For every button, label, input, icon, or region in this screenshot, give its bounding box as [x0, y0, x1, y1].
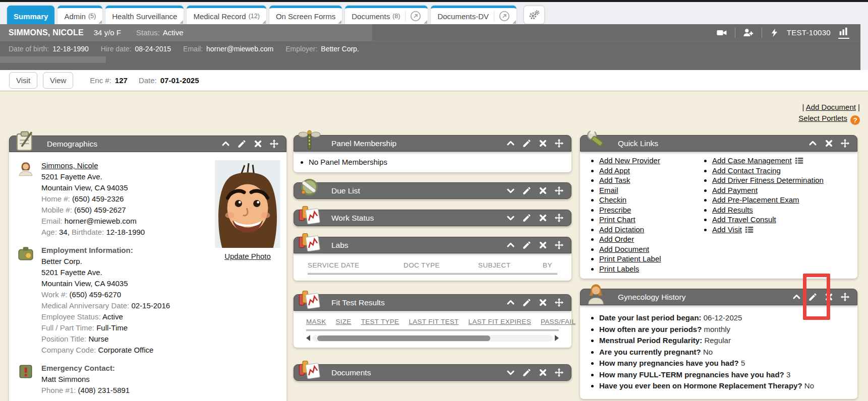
edit-icon[interactable] — [522, 213, 532, 223]
quick-links-header[interactable]: Quick Links — [580, 135, 857, 152]
expand-icon[interactable] — [506, 368, 515, 377]
move-icon[interactable] — [554, 240, 564, 250]
quick-link[interactable]: Print Patient Label — [599, 254, 661, 263]
encounter-bar: Visit View Enc #: 127 Date: 07-01-2025 — [0, 70, 868, 91]
move-icon[interactable] — [554, 139, 564, 148]
quick-link[interactable]: Add Contact Tracing — [712, 166, 781, 175]
edit-icon[interactable] — [522, 186, 532, 195]
quick-link[interactable]: Add Appt — [599, 166, 630, 175]
demographics-icon — [14, 130, 36, 153]
close-icon[interactable] — [538, 186, 548, 195]
close-icon[interactable] — [824, 139, 834, 148]
close-icon[interactable] — [538, 240, 548, 250]
close-icon[interactable] — [253, 139, 263, 149]
move-icon[interactable] — [554, 368, 564, 377]
quick-link[interactable]: Add Payment — [712, 186, 758, 194]
collapse-icon[interactable] — [792, 292, 801, 302]
tab-health-surveillance[interactable]: Health Surveillance — [105, 6, 184, 24]
help-icon[interactable]: ? — [850, 115, 860, 125]
update-photo-link[interactable]: Update Photo — [224, 251, 271, 262]
collapse-icon[interactable] — [506, 240, 515, 250]
tab-documents[interactable]: Documents(8) — [345, 6, 428, 24]
move-icon[interactable] — [840, 292, 850, 302]
collapse-icon[interactable] — [506, 139, 515, 148]
expand-icon[interactable] — [506, 213, 515, 223]
close-icon[interactable] — [824, 292, 834, 302]
column-header-link[interactable]: LAST FIT TEST — [409, 318, 458, 325]
fit-test-header[interactable]: Fit Test Results — [294, 294, 571, 311]
edit-icon[interactable] — [522, 139, 532, 148]
open-in-new-window-icon[interactable] — [494, 11, 510, 22]
quick-link[interactable]: Add Order — [599, 235, 634, 243]
quick-link[interactable]: Add Results — [712, 206, 753, 214]
quick-link[interactable]: Add Visit — [712, 225, 742, 234]
quick-link[interactable]: Print Labels — [599, 264, 639, 273]
column-header-link[interactable]: SIZE — [335, 318, 351, 325]
view-button[interactable]: View — [43, 72, 73, 89]
panel-membership-header[interactable]: Panel Membership — [294, 135, 571, 152]
open-in-new-window-icon[interactable] — [405, 11, 421, 22]
collapse-icon[interactable] — [506, 298, 515, 307]
collapse-icon[interactable] — [808, 139, 818, 148]
move-icon[interactable] — [269, 139, 279, 149]
move-icon[interactable] — [554, 213, 564, 223]
edit-icon[interactable] — [808, 292, 818, 302]
tab-summary[interactable]: Summary — [7, 6, 54, 24]
scroll-left-arrow[interactable] — [306, 335, 310, 341]
collapse-icon[interactable] — [221, 139, 230, 149]
column-header-link[interactable]: PASS/FAIL — [541, 318, 575, 325]
patient-name-link[interactable]: Simmons, Nicole — [41, 161, 98, 170]
documents-header[interactable]: Documents — [294, 364, 571, 381]
add-document-link[interactable]: Add Document — [806, 103, 856, 111]
quick-link[interactable]: Add Dictation — [599, 225, 644, 234]
tab-documents-dv[interactable]: Documents-DV — [431, 6, 516, 24]
quick-actions-icon[interactable] — [770, 27, 779, 38]
labs-header[interactable]: Labs — [294, 237, 571, 253]
portlet-fit-test-results: Fit Test Results MASK SIZE TEST TYPE LAS… — [294, 294, 571, 348]
scrollbar-thumb[interactable] — [317, 336, 490, 341]
quick-link[interactable]: Add Travel Consult — [712, 215, 776, 224]
move-icon[interactable] — [554, 186, 564, 195]
employment-row: Medical Anniversary Date: 02-15-2016 — [41, 300, 218, 311]
due-list-header[interactable]: Due List — [294, 182, 571, 199]
edit-icon[interactable] — [522, 368, 532, 377]
quick-link[interactable]: Email — [599, 186, 618, 194]
add-person-icon[interactable] — [743, 27, 754, 38]
select-portlets-link[interactable]: Select Portlets — [798, 114, 847, 122]
demographics-header[interactable]: Demographics — [9, 136, 286, 152]
video-call-icon[interactable] — [716, 27, 727, 38]
edit-icon[interactable] — [237, 139, 247, 149]
quick-link[interactable]: Checkin — [599, 195, 626, 204]
close-icon[interactable] — [538, 139, 548, 148]
quick-link[interactable]: Prescribe — [599, 206, 631, 214]
tab-settings-button[interactable] — [524, 6, 545, 24]
close-icon[interactable] — [538, 368, 548, 377]
column-header-link[interactable]: LAST FIT EXPIRES — [469, 318, 531, 325]
close-icon[interactable] — [538, 213, 548, 223]
column-header-link[interactable]: MASK — [306, 318, 326, 325]
tab-on-screen-forms[interactable]: On Screen Forms — [269, 6, 342, 24]
move-icon[interactable] — [840, 139, 850, 148]
portlet-title: Quick Links — [618, 139, 658, 148]
quick-link[interactable]: Add Pre-Placement Exam — [712, 195, 799, 204]
gynecology-header[interactable]: Gynecology History — [580, 289, 857, 305]
column-header-link[interactable]: TEST TYPE — [361, 318, 399, 325]
edit-icon[interactable] — [522, 240, 532, 250]
quick-link[interactable]: Add Document — [599, 245, 649, 253]
tab-medical-record[interactable]: Medical Record(12) — [187, 6, 266, 24]
move-icon[interactable] — [554, 298, 564, 307]
edit-icon[interactable] — [522, 298, 532, 307]
quick-link[interactable]: Add Case Management — [712, 156, 792, 165]
scroll-right-arrow[interactable] — [555, 335, 559, 341]
quick-link[interactable]: Add New Provider — [599, 156, 660, 165]
quick-link[interactable]: Print Chart — [599, 215, 635, 224]
quick-link[interactable]: Add Driver Fitness Determination — [712, 176, 824, 184]
tab-admin[interactable]: Admin(5) — [57, 6, 102, 24]
scrollbar-track[interactable] — [312, 335, 553, 342]
expand-icon[interactable] — [506, 186, 515, 195]
visit-button[interactable]: Visit — [9, 72, 37, 89]
quick-link[interactable]: Add Task — [599, 176, 630, 184]
close-icon[interactable] — [538, 298, 548, 307]
flowsheet-chart-icon[interactable] — [838, 26, 849, 39]
work-status-header[interactable]: Work Status — [294, 210, 571, 226]
